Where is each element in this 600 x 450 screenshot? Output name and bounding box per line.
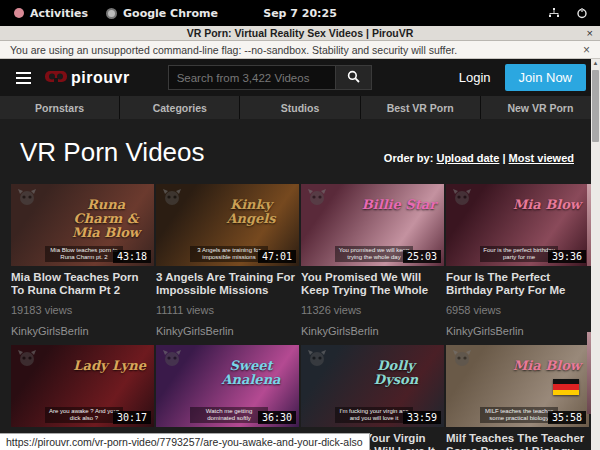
thumbnail-caption: I'm fucking your virgin ass and you will… xyxy=(335,407,413,423)
search-button[interactable] xyxy=(336,65,372,90)
active-app-label: Google Chrome xyxy=(123,7,218,20)
studio-watermark-icon xyxy=(17,188,37,210)
view-count: 19183 views xyxy=(11,304,154,316)
thumbnail-caption: Four is the perfect birthday party for m… xyxy=(480,246,558,262)
channel-link[interactable]: KinkyGirlsBerlin xyxy=(446,325,589,337)
thumbnail-caption: Are you awake ? And your dick also ? xyxy=(45,407,123,423)
sandbox-warning-bar: You are using an unsupported command-lin… xyxy=(0,41,600,59)
scrollbar-thumb[interactable] xyxy=(592,70,599,142)
warning-text: You are using an unsupported command-lin… xyxy=(10,44,457,56)
logo-text: pirouvr xyxy=(71,69,130,87)
join-now-button[interactable]: Join Now xyxy=(505,64,586,91)
view-count: 6958 views xyxy=(446,304,589,316)
nav-item-pornstars[interactable]: Pornstars xyxy=(0,96,120,119)
german-flag-icon xyxy=(553,379,579,395)
vr-headset-icon xyxy=(45,69,67,87)
order-by-label: Order by: xyxy=(384,152,434,164)
video-title[interactable]: Mia Blow Teaches Porn To Runa Charm Pt 2 xyxy=(11,271,154,297)
tab-title[interactable]: VR Porn: Virtual Reality Sex Videos | Pi… xyxy=(0,27,600,39)
video-card[interactable]: Billie Star You promised we will keep tr… xyxy=(301,184,444,337)
nav-item-new[interactable]: New VR Porn xyxy=(481,96,600,119)
duration-badge: 33:59 xyxy=(403,411,441,424)
video-card[interactable]: Mia Blow Four is the perfect birthday pa… xyxy=(446,184,589,337)
video-title[interactable]: 3 Angels Are Training For Impossible Mis… xyxy=(156,271,299,297)
page-title: VR Porn Videos xyxy=(20,137,205,168)
studio-watermark-icon xyxy=(307,349,327,371)
video-thumbnail[interactable]: Kinky Angels 3 Angels are training for i… xyxy=(156,184,299,266)
active-app-menu[interactable]: Google Chrome xyxy=(106,7,218,20)
power-icon[interactable] xyxy=(576,7,588,19)
activities-label: Activities xyxy=(30,7,88,20)
duration-badge: 43:18 xyxy=(113,250,151,263)
video-thumbnail[interactable]: Runa Charm & Mia Blow Mia Blow teaches p… xyxy=(11,184,154,266)
channel-link[interactable]: KinkyGirlsBerlin xyxy=(156,325,299,337)
duration-badge: 47:01 xyxy=(258,250,296,263)
tab-close-icon[interactable]: × xyxy=(587,28,593,39)
studio-watermark-icon xyxy=(307,188,327,210)
search-bar xyxy=(168,65,372,90)
order-upload-date-link[interactable]: Upload date xyxy=(436,152,499,164)
video-card[interactable]: Kinky Angels 3 Angels are training for i… xyxy=(156,184,299,337)
video-thumbnail[interactable]: Billie Star You promised we will keep tr… xyxy=(301,184,444,266)
video-title[interactable]: Four Is The Perfect Birthday Party For M… xyxy=(446,271,589,297)
site-header: pirouvr Login Join Now xyxy=(0,59,600,96)
channel-link[interactable]: KinkyGirlsBerlin xyxy=(11,325,154,337)
thumbnail-performer-name: Mia Blow xyxy=(513,198,581,212)
thumbnail-performer-name: Runa Charm & Mia Blow xyxy=(66,198,146,240)
browser-scrollbar[interactable]: ▲ xyxy=(591,59,600,450)
search-icon xyxy=(347,69,360,87)
order-by-controls: Order by: Upload date | Most viewed xyxy=(384,152,574,168)
thumbnail-caption: Mia Blow teaches porn to Runa Charm pt. … xyxy=(45,246,123,262)
warning-close-icon[interactable]: × xyxy=(583,44,590,56)
scroll-up-arrow-icon[interactable]: ▲ xyxy=(591,59,600,68)
video-title[interactable]: You Promised We Will Keep Trying The Who… xyxy=(301,271,444,297)
video-thumbnail[interactable]: Mia Blow Four is the perfect birthday pa… xyxy=(446,184,589,266)
thumbnail-performer-name: Billie Star xyxy=(362,198,436,212)
clock[interactable]: Sep 7 20:25 xyxy=(263,7,337,20)
duration-badge: 30:17 xyxy=(113,411,151,424)
studio-watermark-icon xyxy=(162,349,182,371)
nav-item-studios[interactable]: Studios xyxy=(240,96,360,119)
network-icon[interactable] xyxy=(548,7,560,19)
duration-badge: 36:30 xyxy=(258,411,296,424)
studio-watermark-icon xyxy=(452,349,472,371)
browser-tab-bar: VR Porn: Virtual Reality Sex Videos | Pi… xyxy=(0,26,600,41)
video-thumbnail[interactable]: Lady Lyne Are you awake ? And your dick … xyxy=(11,345,154,427)
duration-badge: 25:03 xyxy=(403,250,441,263)
link-status-bar: https://pirouvr.com/vr-porn-video/779325… xyxy=(0,433,370,450)
thumbnail-performer-name: Mia Blow xyxy=(513,359,581,373)
nav-item-categories[interactable]: Categories xyxy=(120,96,240,119)
search-input[interactable] xyxy=(168,65,336,90)
video-card[interactable]: Runa Charm & Mia Blow Mia Blow teaches p… xyxy=(11,184,154,337)
studio-watermark-icon xyxy=(452,188,472,210)
thumbnail-performer-name: Lady Lyne xyxy=(73,359,146,373)
view-count: 11326 views xyxy=(301,304,444,316)
order-separator: | xyxy=(499,152,508,164)
video-title[interactable]: Milf Teaches The Teacher Some Practical … xyxy=(446,432,589,450)
studio-watermark-icon xyxy=(162,188,182,210)
site-logo[interactable]: pirouvr xyxy=(45,69,130,87)
view-count: 11111 views xyxy=(156,304,299,316)
channel-link[interactable]: KinkyGirlsBerlin xyxy=(301,325,444,337)
video-thumbnail[interactable]: Dolly Dyson I'm fucking your virgin ass … xyxy=(301,345,444,427)
video-thumbnail[interactable]: Sweet Analena Watch me getting dominated… xyxy=(156,345,299,427)
chrome-icon xyxy=(106,8,117,19)
thumbnail-performer-name: Dolly Dyson xyxy=(356,359,436,387)
thumbnail-caption: 3 Angels are training for impossible mis… xyxy=(190,246,268,262)
duration-badge: 35:58 xyxy=(548,411,586,424)
video-card[interactable]: Mia Blow MILF teaches the teacher some p… xyxy=(446,345,589,450)
video-thumbnail[interactable]: Mia Blow MILF teaches the teacher some p… xyxy=(446,345,589,427)
duration-badge: 39:36 xyxy=(548,250,586,263)
order-most-viewed-link[interactable]: Most viewed xyxy=(509,152,574,164)
nav-item-best[interactable]: Best VR Porn xyxy=(361,96,481,119)
activities-button[interactable]: Activities xyxy=(14,7,88,20)
thumbnail-caption: Watch me getting dominated softly xyxy=(190,407,268,423)
thumbnail-caption: MILF teaches the teacher some practical … xyxy=(480,407,558,423)
desktop-viewport: Activities Google Chrome Sep 7 20:25 VR … xyxy=(0,0,600,450)
login-button[interactable]: Login xyxy=(459,70,491,85)
thumbnail-performer-name: Kinky Angels xyxy=(211,198,291,226)
video-grid: Runa Charm & Mia Blow Mia Blow teaches p… xyxy=(0,184,596,450)
activities-dot-icon xyxy=(14,8,24,18)
menu-hamburger-icon[interactable] xyxy=(16,72,31,84)
page-heading-row: VR Porn Videos Order by: Upload date | M… xyxy=(0,119,600,184)
